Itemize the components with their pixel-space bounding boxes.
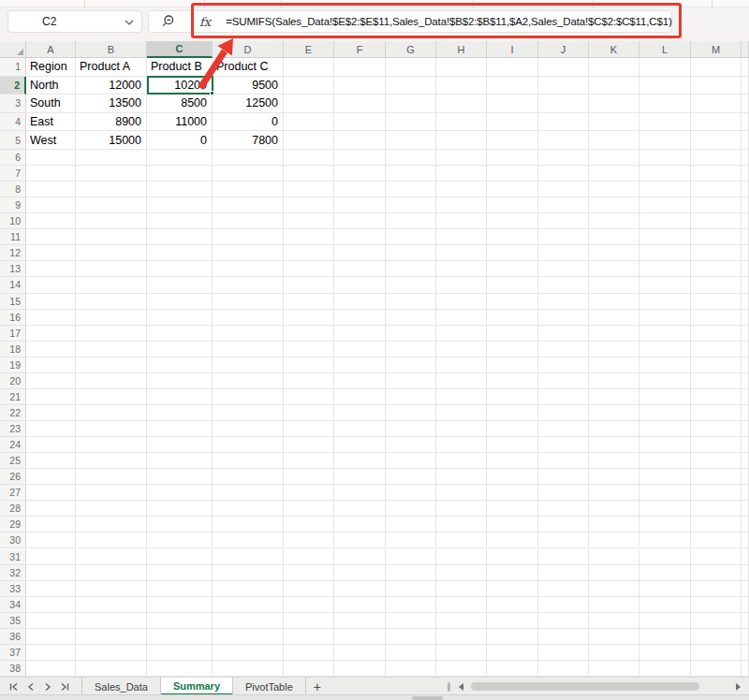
cell-N11[interactable] — [742, 229, 749, 245]
cell-H20[interactable] — [436, 373, 487, 389]
cell-I31[interactable] — [487, 549, 538, 565]
cell-J12[interactable] — [538, 245, 589, 261]
first-sheet-button[interactable] — [6, 679, 22, 694]
cell-E37[interactable] — [284, 645, 334, 661]
cell-J20[interactable] — [538, 373, 589, 389]
cell-B2[interactable]: 12000 — [76, 77, 147, 95]
cell-B13[interactable] — [76, 261, 147, 277]
cell-F20[interactable] — [334, 373, 386, 389]
cell-B3[interactable]: 13500 — [76, 95, 147, 113]
cell-F36[interactable] — [334, 629, 386, 645]
column-header-H[interactable]: H — [436, 41, 487, 58]
cell-I30[interactable] — [487, 532, 538, 548]
row-header-2[interactable]: 2 — [0, 77, 26, 95]
cell-M28[interactable] — [691, 501, 742, 517]
cell-M13[interactable] — [691, 261, 742, 277]
cell-E22[interactable] — [284, 405, 334, 421]
cell-G25[interactable] — [386, 453, 436, 469]
cell-E33[interactable] — [284, 581, 334, 597]
cell-L25[interactable] — [639, 453, 691, 469]
cell-E28[interactable] — [284, 501, 334, 517]
cell-E20[interactable] — [284, 373, 334, 389]
cell-G14[interactable] — [386, 277, 436, 293]
cell-L1[interactable] — [639, 58, 691, 77]
cell-B33[interactable] — [76, 581, 147, 597]
cell-C4[interactable]: 11000 — [147, 113, 213, 132]
cell-L10[interactable] — [639, 213, 691, 229]
cell-M27[interactable] — [691, 485, 742, 501]
cell-E7[interactable] — [284, 166, 334, 182]
cell-C13[interactable] — [147, 261, 213, 277]
cell-D8[interactable] — [213, 182, 284, 197]
row-header-4[interactable]: 4 — [0, 113, 26, 132]
cell-G30[interactable] — [386, 532, 436, 548]
cell-J25[interactable] — [538, 453, 589, 469]
cell-H3[interactable] — [436, 95, 487, 113]
cell-A27[interactable] — [26, 485, 76, 501]
cell-E36[interactable] — [284, 629, 334, 645]
cell-B30[interactable] — [76, 532, 147, 548]
cell-K29[interactable] — [589, 517, 639, 532]
row-header-16[interactable]: 16 — [0, 310, 26, 326]
cell-K35[interactable] — [589, 613, 639, 629]
cell-C10[interactable] — [147, 213, 213, 229]
cell-A15[interactable] — [26, 294, 76, 310]
cell-I6[interactable] — [487, 150, 538, 166]
cell-K8[interactable] — [589, 182, 639, 197]
cell-M15[interactable] — [691, 294, 742, 310]
cell-D9[interactable] — [213, 197, 284, 213]
cell-L33[interactable] — [639, 581, 691, 597]
cell-H12[interactable] — [436, 245, 487, 261]
cell-A37[interactable] — [26, 645, 76, 661]
cell-N28[interactable] — [742, 501, 749, 517]
row-header-22[interactable]: 22 — [0, 405, 26, 421]
row-header-20[interactable]: 20 — [0, 373, 26, 389]
column-header-K[interactable]: K — [589, 41, 639, 58]
cell-M30[interactable] — [691, 532, 742, 548]
cell-K1[interactable] — [589, 58, 639, 77]
cell-L23[interactable] — [639, 421, 691, 437]
cell-K10[interactable] — [589, 213, 639, 229]
cell-G3[interactable] — [386, 95, 436, 113]
cell-C33[interactable] — [147, 581, 213, 597]
cell-J2[interactable] — [538, 77, 589, 95]
cell-L19[interactable] — [639, 357, 691, 373]
cell-M16[interactable] — [691, 310, 742, 326]
cell-D20[interactable] — [213, 373, 284, 389]
cell-F3[interactable] — [334, 95, 386, 113]
cell-I8[interactable] — [487, 182, 538, 197]
cell-L16[interactable] — [639, 310, 691, 326]
cell-M1[interactable] — [691, 58, 742, 77]
cell-B34[interactable] — [76, 597, 147, 613]
cell-N20[interactable] — [742, 373, 749, 389]
cell-G34[interactable] — [386, 597, 436, 613]
cell-H15[interactable] — [436, 294, 487, 310]
row-header-7[interactable]: 7 — [0, 166, 26, 182]
cell-A30[interactable] — [26, 532, 76, 548]
cell-C35[interactable] — [147, 613, 213, 629]
cell-A10[interactable] — [26, 213, 76, 229]
row-header-14[interactable]: 14 — [0, 277, 26, 293]
cell-A19[interactable] — [26, 357, 76, 373]
cell-D17[interactable] — [213, 326, 284, 342]
cell-N16[interactable] — [742, 310, 749, 326]
cell-K5[interactable] — [589, 131, 639, 150]
cell-H29[interactable] — [436, 517, 487, 532]
cell-A21[interactable] — [26, 389, 76, 405]
cell-H17[interactable] — [436, 326, 487, 342]
name-box[interactable]: C2 — [7, 10, 142, 33]
cell-J23[interactable] — [538, 421, 589, 437]
cell-D24[interactable] — [213, 437, 284, 453]
cell-F13[interactable] — [334, 261, 386, 277]
cell-G35[interactable] — [386, 613, 436, 629]
cell-I1[interactable] — [487, 58, 538, 77]
cell-D3[interactable]: 12500 — [213, 95, 284, 113]
column-header-E[interactable]: E — [284, 41, 334, 58]
cell-H34[interactable] — [436, 597, 487, 613]
cell-H11[interactable] — [436, 229, 487, 245]
cell-C21[interactable] — [147, 389, 213, 405]
cell-A25[interactable] — [26, 453, 76, 469]
cell-J4[interactable] — [538, 113, 589, 132]
cell-F21[interactable] — [334, 389, 386, 405]
cell-A29[interactable] — [26, 517, 76, 532]
